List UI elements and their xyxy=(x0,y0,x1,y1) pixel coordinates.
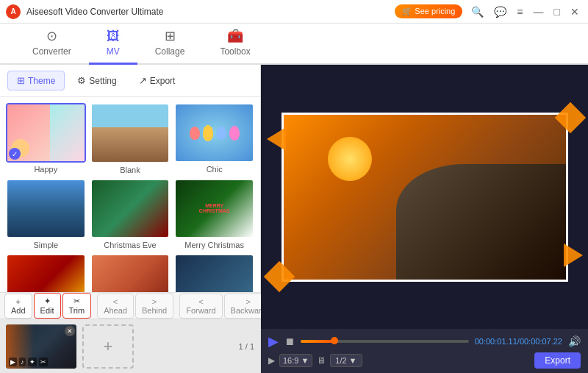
minimize-icon[interactable]: — xyxy=(531,4,547,19)
media-strip: ✕ ▶ ♪ ✦ ✂ + 1 / 1 xyxy=(0,319,260,373)
theme-merry-label: Merry Christmas xyxy=(184,241,244,249)
theme-item-modern[interactable]: Modern Life xyxy=(90,254,171,292)
progress-thumb[interactable] xyxy=(331,337,338,344)
media-cut-icon: ✂ xyxy=(39,358,48,366)
forward-button[interactable]: < Forward xyxy=(179,294,222,319)
toolbox-icon: 🧰 xyxy=(227,28,243,44)
media-item-icons: ▶ ♪ ✦ ✂ xyxy=(9,358,48,366)
theme-item-christmas[interactable]: Christmas Eve xyxy=(90,179,171,250)
ahead-button[interactable]: < Ahead xyxy=(97,294,134,319)
trim-button[interactable]: ✂ Trim xyxy=(62,293,92,319)
deco-arrow-right xyxy=(564,244,583,267)
screen-chevron: ▼ xyxy=(349,356,357,365)
screen-value: 1/2 xyxy=(335,356,346,365)
tab-collage[interactable]: ⊞ Collage xyxy=(137,24,203,65)
media-item-close-button[interactable]: ✕ xyxy=(65,326,75,336)
media-music-icon: ♪ xyxy=(19,358,26,366)
ratio-select[interactable]: 16:9 ▼ xyxy=(279,354,312,367)
theme-item-simple[interactable]: Simple xyxy=(6,179,86,250)
controls-row-1: ▶ ⏹ 00:00:01.11/00:00:07.22 🔊 xyxy=(268,333,581,349)
sun-decoration xyxy=(328,137,372,181)
chat-icon[interactable]: 💬 xyxy=(491,4,509,19)
theme-item-snowy[interactable]: Snowy Night xyxy=(174,254,254,292)
controls-row-2: ▶ 16:9 ▼ 🖥 1/2 ▼ Export xyxy=(268,352,581,369)
preview-inner xyxy=(282,113,568,282)
nav-tabs: ⊙ Converter 🖼 MV ⊞ Collage 🧰 Toolbox xyxy=(0,24,588,65)
screen-icon: ▶ xyxy=(268,355,275,366)
screen-select[interactable]: 1/2 ▼ xyxy=(330,354,362,367)
export-button[interactable]: Export xyxy=(534,352,581,369)
close-icon[interactable]: ✕ xyxy=(567,4,582,19)
sub-tab-theme[interactable]: ⊞ Theme xyxy=(7,71,65,90)
sub-tab-setting-label: Setting xyxy=(89,76,116,86)
tab-collage-label: Collage xyxy=(155,46,185,57)
theme-grid-icon: ⊞ xyxy=(17,75,25,86)
converter-icon: ⊙ xyxy=(46,28,57,44)
edit-button[interactable]: ✦ Edit xyxy=(34,293,61,319)
sub-tabs: ⊞ Theme ⚙ Setting ↗ Export xyxy=(0,65,260,97)
setting-icon: ⚙ xyxy=(77,75,86,86)
theme-item-merry[interactable]: MERRYCHRISTMAS Merry Christmas xyxy=(174,179,254,250)
maximize-icon[interactable]: □ xyxy=(551,4,563,19)
theme-chic-label: Chic xyxy=(207,165,223,174)
preview-background xyxy=(284,115,566,280)
page-indicator: 1 / 1 xyxy=(239,342,254,351)
media-play-icon: ▶ xyxy=(9,358,17,366)
theme-item-chic[interactable]: Chic xyxy=(174,103,254,174)
tab-converter[interactable]: ⊙ Converter xyxy=(15,24,89,65)
titlebar: A Aiseesoft Video Converter Ultimate 🛒 S… xyxy=(0,0,588,24)
tab-toolbox-label: Toolbox xyxy=(220,46,250,57)
theme-blank-label: Blank xyxy=(120,166,140,174)
rocks-decoration xyxy=(396,164,565,280)
theme-grid: ✓ Happy Blank xyxy=(0,97,260,292)
play-button[interactable]: ▶ xyxy=(268,333,279,349)
theme-item-santa[interactable]: Santa Claus xyxy=(6,254,86,292)
collage-icon: ⊞ xyxy=(165,28,176,44)
app-logo: A xyxy=(6,4,21,19)
media-item-1: ✕ ▶ ♪ ✦ ✂ xyxy=(6,324,76,369)
export-icon: ↗ xyxy=(139,75,147,86)
theme-simple-label: Simple xyxy=(34,241,59,249)
left-panel: ⊞ Theme ⚙ Setting ↗ Export xyxy=(0,65,261,373)
sub-tab-export[interactable]: ↗ Export xyxy=(129,71,185,90)
add-button[interactable]: + Add xyxy=(4,294,32,319)
theme-happy-label: Happy xyxy=(34,165,57,174)
preview-frame xyxy=(282,113,568,282)
progress-fill xyxy=(301,340,334,343)
right-panel: ▶ ⏹ 00:00:01.11/00:00:07.22 🔊 ▶ 16:9 ▼ 🖥 xyxy=(261,65,588,373)
theme-item-happy[interactable]: ✓ Happy xyxy=(6,103,86,174)
menu-icon[interactable]: ≡ xyxy=(514,4,526,19)
media-edit-icon: ✦ xyxy=(28,358,37,366)
stop-button[interactable]: ⏹ xyxy=(284,335,295,347)
sub-tab-export-label: Export xyxy=(150,76,176,86)
app-title: Aiseesoft Video Converter Ultimate xyxy=(26,7,395,17)
monitor-icon: 🖥 xyxy=(317,355,326,366)
mv-icon: 🖼 xyxy=(107,29,120,44)
see-pricing-button[interactable]: 🛒 See pricing xyxy=(395,4,462,18)
progress-bar[interactable] xyxy=(301,340,469,343)
video-preview xyxy=(261,65,588,329)
tab-toolbox[interactable]: 🧰 Toolbox xyxy=(202,24,268,65)
ratio-chevron: ▼ xyxy=(301,356,309,365)
titlebar-controls: 🔍 💬 ≡ — □ ✕ xyxy=(468,4,582,19)
theme-christmas-label: Christmas Eve xyxy=(104,241,157,249)
sub-tab-theme-label: Theme xyxy=(28,76,55,86)
sub-tab-setting[interactable]: ⚙ Setting xyxy=(68,71,126,90)
video-controls: ▶ ⏹ 00:00:01.11/00:00:07.22 🔊 ▶ 16:9 ▼ 🖥 xyxy=(261,329,588,373)
volume-icon[interactable]: 🔊 xyxy=(568,335,581,347)
tab-mv[interactable]: 🖼 MV xyxy=(89,24,137,65)
bottom-toolbar: + Add ✦ Edit ✂ Trim < Ahead > Behind < F… xyxy=(0,292,260,319)
ratio-value: 16:9 xyxy=(283,356,298,365)
tab-converter-label: Converter xyxy=(32,46,71,57)
time-display: 00:00:01.11/00:00:07.22 xyxy=(475,337,562,346)
search-icon[interactable]: 🔍 xyxy=(468,4,487,19)
deco-arrow-left xyxy=(267,127,286,151)
media-add-button[interactable]: + xyxy=(82,324,134,369)
behind-button[interactable]: > Behind xyxy=(135,294,173,319)
main-content: ⊞ Theme ⚙ Setting ↗ Export xyxy=(0,65,588,373)
theme-item-blank[interactable]: Blank xyxy=(90,103,171,174)
tab-mv-label: MV xyxy=(107,46,120,57)
